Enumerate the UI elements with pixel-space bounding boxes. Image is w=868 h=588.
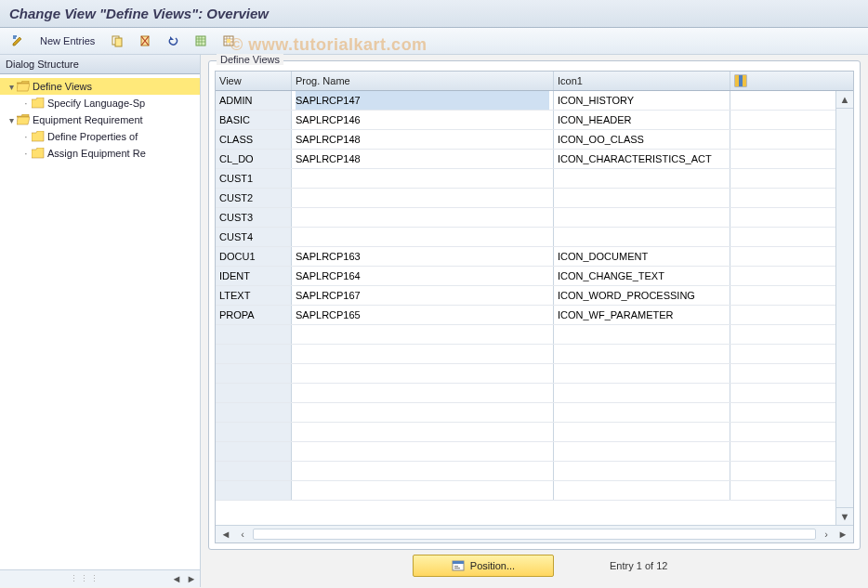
scroll-left-icon[interactable]: ‹ [236,528,249,541]
cell-prog[interactable] [292,423,554,441]
cell-input-view[interactable] [219,325,287,344]
cell-input-prog[interactable] [296,462,549,480]
cell-input-icon1[interactable] [558,442,726,461]
cell-input-view[interactable] [219,247,287,266]
cell-input-icon1[interactable] [558,267,726,285]
cell-input-view[interactable] [219,111,287,129]
cell-view[interactable] [216,208,292,227]
cell-view[interactable] [216,169,292,188]
cell-input-prog[interactable] [296,364,549,383]
cell-input-icon1[interactable] [558,462,726,480]
scroll-first-icon[interactable]: ◄ [219,528,232,541]
cell-prog[interactable] [292,91,554,110]
scroll-right-icon[interactable]: ► [187,574,196,583]
col-header-prog[interactable]: Prog. Name [292,72,554,90]
position-button[interactable]: Position... [413,555,554,577]
delete-button[interactable] [133,31,157,51]
cell-input-prog[interactable] [296,189,549,207]
cell-input-view[interactable] [219,267,287,285]
toggle-edit-button[interactable] [6,31,30,51]
cell-prog[interactable] [292,325,554,344]
tree-item[interactable]: ▾Define Views [0,78,200,95]
deselect-all-button[interactable] [217,31,241,51]
tree-item[interactable]: ·Define Properties of [0,128,200,145]
tree-item[interactable]: ▾Equipment Requirement [0,111,200,128]
cell-input-view[interactable] [219,364,287,383]
cell-input-view[interactable] [219,208,287,227]
cell-input-prog[interactable] [296,442,549,461]
cell-view[interactable] [216,150,292,168]
cell-view[interactable] [216,267,292,285]
cell-prog[interactable] [292,462,554,480]
cell-input-icon1[interactable] [558,91,726,110]
cell-input-view[interactable] [219,169,287,188]
cell-icon1[interactable] [554,384,730,402]
cell-input-prog[interactable] [296,403,549,422]
cell-input-icon1[interactable] [558,423,726,441]
cell-icon1[interactable] [554,208,730,227]
undo-button[interactable] [161,31,185,51]
cell-icon1[interactable] [554,247,730,266]
cell-prog[interactable] [292,150,554,168]
cell-input-icon1[interactable] [558,208,726,227]
cell-icon1[interactable] [554,462,730,480]
vertical-scrollbar[interactable]: ▲ ▼ [835,91,853,525]
cell-input-view[interactable] [219,481,287,500]
cell-input-view[interactable] [219,130,287,149]
cell-prog[interactable] [292,169,554,188]
cell-input-view[interactable] [219,150,287,168]
cell-input-view[interactable] [219,442,287,461]
cell-icon1[interactable] [554,267,730,285]
tree-item[interactable]: ·Specify Language-Sp [0,95,200,111]
tree[interactable]: ▾Define Views·Specify Language-Sp▾Equipm… [0,74,200,569]
cell-input-prog[interactable] [296,228,549,246]
cell-input-prog[interactable] [296,111,549,129]
cell-view[interactable] [216,247,292,266]
scroll-up-icon[interactable]: ▲ [836,91,853,109]
cell-icon1[interactable] [554,364,730,383]
cell-icon1[interactable] [554,228,730,246]
scroll-right-icon[interactable]: › [820,528,833,541]
cell-prog[interactable] [292,384,554,402]
cell-input-view[interactable] [219,345,287,363]
cell-input-icon1[interactable] [558,247,726,266]
cell-view[interactable] [216,364,292,383]
cell-input-view[interactable] [219,403,287,422]
cell-icon1[interactable] [554,189,730,207]
cell-icon1[interactable] [554,423,730,441]
cell-view[interactable] [216,306,292,324]
cell-view[interactable] [216,403,292,422]
cell-input-view[interactable] [219,384,287,402]
cell-input-prog[interactable] [296,150,549,168]
cell-view[interactable] [216,111,292,129]
cell-input-prog[interactable] [296,169,549,188]
cell-input-icon1[interactable] [558,403,726,422]
scroll-left-icon[interactable]: ◄ [172,574,181,583]
cell-input-prog[interactable] [296,208,549,227]
cell-input-prog[interactable] [296,325,549,344]
cell-input-icon1[interactable] [558,111,726,129]
cell-prog[interactable] [292,208,554,227]
cell-icon1[interactable] [554,345,730,363]
cell-input-prog[interactable] [296,345,549,363]
cell-icon1[interactable] [554,306,730,324]
cell-prog[interactable] [292,228,554,246]
cell-prog[interactable] [292,189,554,207]
scroll-down-icon[interactable]: ▼ [836,507,853,525]
cell-input-view[interactable] [219,423,287,441]
cell-view[interactable] [216,286,292,305]
cell-prog[interactable] [292,481,554,500]
cell-view[interactable] [216,130,292,149]
cell-input-view[interactable] [219,91,287,110]
cell-input-view[interactable] [219,189,287,207]
cell-input-icon1[interactable] [558,481,726,500]
cell-input-icon1[interactable] [558,169,726,188]
cell-input-icon1[interactable] [558,325,726,344]
cell-prog[interactable] [292,442,554,461]
collapse-icon[interactable]: ▾ [6,82,17,92]
cell-icon1[interactable] [554,403,730,422]
cell-icon1[interactable] [554,481,730,500]
cell-input-prog[interactable] [296,130,549,149]
cell-prog[interactable] [292,130,554,149]
cell-icon1[interactable] [554,286,730,305]
